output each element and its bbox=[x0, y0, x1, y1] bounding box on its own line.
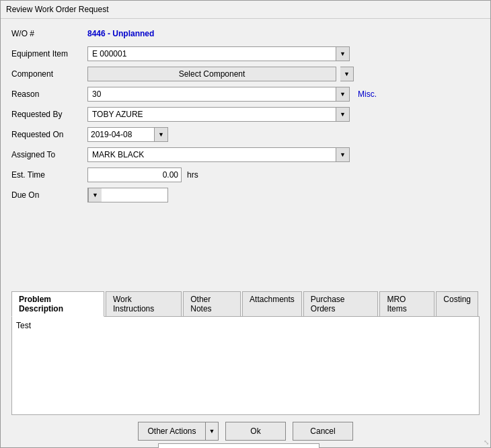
dropdown-item-close[interactable]: Close bbox=[159, 444, 319, 448]
window-title: Review Work Order Request bbox=[6, 5, 109, 14]
tabs-bar: Problem Description Work Instructions Ot… bbox=[11, 291, 480, 317]
tab-other-notes[interactable]: Other Notes bbox=[183, 291, 241, 316]
bottom-bar: Other Actions ▼ Ok Cancel Close Create W… bbox=[1, 415, 490, 447]
main-window: Review Work Order Request W/O # 8446 - U… bbox=[0, 0, 491, 448]
component-row: Component Select Component ▼ bbox=[11, 66, 480, 82]
wo-row: W/O # 8446 - Unplanned bbox=[11, 26, 480, 42]
reason-select[interactable]: 30 ▼ bbox=[87, 87, 350, 102]
equipment-dropdown-arrow[interactable]: ▼ bbox=[336, 47, 349, 61]
tab-problem-description[interactable]: Problem Description bbox=[11, 291, 104, 317]
assigned-to-value: MARK BLACK bbox=[88, 150, 336, 159]
est-time-label: Est. Time bbox=[11, 170, 82, 180]
est-time-input[interactable] bbox=[87, 167, 182, 182]
component-control-wrap: Select Component ▼ bbox=[87, 67, 480, 81]
hrs-label: hrs bbox=[187, 170, 198, 180]
other-actions-main-button[interactable]: Other Actions bbox=[138, 422, 205, 441]
reason-value: 30 bbox=[88, 89, 336, 99]
requested-on-date[interactable]: 2019-04-08 ▼ bbox=[87, 127, 168, 142]
reason-label: Reason bbox=[11, 89, 82, 99]
equipment-label: Equipment Item bbox=[11, 49, 82, 59]
assigned-to-select[interactable]: MARK BLACK ▼ bbox=[87, 147, 350, 162]
other-actions-split-button[interactable]: Other Actions ▼ bbox=[138, 422, 219, 441]
due-on-arrow[interactable]: ▼ bbox=[88, 188, 102, 202]
requested-on-label: Requested On bbox=[11, 130, 82, 139]
tab-mro-items[interactable]: MRO Items bbox=[379, 291, 435, 316]
tab-costing[interactable]: Costing bbox=[436, 291, 478, 316]
requested-by-label: Requested By bbox=[11, 110, 82, 119]
wo-value-wrap: 8446 - Unplanned bbox=[87, 29, 480, 38]
assigned-to-row: Assigned To MARK BLACK ▼ bbox=[11, 147, 480, 163]
component-dropdown-arrow[interactable]: ▼ bbox=[340, 67, 354, 81]
requested-on-row: Requested On 2019-04-08 ▼ bbox=[11, 126, 480, 143]
requested-on-arrow[interactable]: ▼ bbox=[154, 128, 167, 141]
wo-value: 8446 - Unplanned bbox=[87, 29, 154, 38]
requested-on-value: 2019-04-08 bbox=[88, 130, 154, 139]
reason-row: Reason 30 ▼ Misc. bbox=[11, 86, 480, 102]
requested-by-value: TOBY AZURE bbox=[88, 110, 336, 119]
due-on-select[interactable]: ▼ bbox=[87, 188, 168, 202]
other-actions-dropdown-menu: Close Create Work Order Create Work Orde… bbox=[158, 443, 319, 448]
equipment-row: Equipment Item E 000001 ▼ bbox=[11, 46, 480, 62]
misc-link[interactable]: Misc. bbox=[358, 89, 377, 99]
requested-by-arrow[interactable]: ▼ bbox=[336, 108, 349, 121]
tab-purchase-orders[interactable]: Purchase Orders bbox=[303, 291, 379, 316]
requested-by-select[interactable]: TOBY AZURE ▼ bbox=[87, 107, 350, 122]
requested-by-row: Requested By TOBY AZURE ▼ bbox=[11, 106, 480, 122]
component-label: Component bbox=[11, 69, 82, 79]
tabs-area: Problem Description Work Instructions Ot… bbox=[11, 291, 480, 415]
form-area: W/O # 8446 - Unplanned Equipment Item E … bbox=[1, 19, 490, 289]
resize-handle[interactable]: ⤡ bbox=[484, 439, 489, 446]
equipment-value: E 000001 bbox=[88, 49, 336, 59]
reason-dropdown-arrow[interactable]: ▼ bbox=[336, 87, 349, 101]
est-time-row: Est. Time hrs bbox=[11, 167, 480, 183]
due-on-row: Due On ▼ bbox=[11, 187, 480, 203]
tab-content-area: Test bbox=[11, 317, 480, 415]
select-component-button[interactable]: Select Component bbox=[87, 67, 336, 81]
cancel-button[interactable]: Cancel bbox=[293, 422, 353, 441]
wo-label: W/O # bbox=[11, 29, 82, 38]
ok-button[interactable]: Ok bbox=[225, 422, 286, 441]
assigned-to-label: Assigned To bbox=[11, 150, 82, 159]
assigned-to-arrow[interactable]: ▼ bbox=[336, 148, 349, 161]
equipment-select[interactable]: E 000001 ▼ bbox=[87, 46, 350, 61]
due-on-label: Due On bbox=[11, 190, 82, 200]
other-actions-dropdown-arrow[interactable]: ▼ bbox=[205, 422, 219, 441]
tab-work-instructions[interactable]: Work Instructions bbox=[106, 291, 182, 316]
title-bar: Review Work Order Request bbox=[1, 1, 490, 19]
problem-description-textarea[interactable]: Test bbox=[16, 321, 475, 408]
tab-attachments[interactable]: Attachments bbox=[242, 291, 302, 316]
